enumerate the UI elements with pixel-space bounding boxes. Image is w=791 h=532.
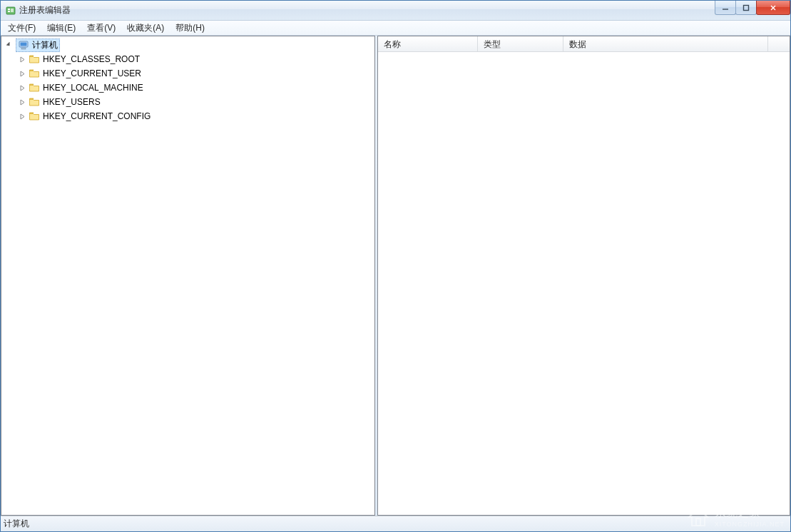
content-area: 计算机 HKEY_CLASSES_ROOT HKEY_CURRENT_USER xyxy=(1,36,790,516)
menu-help[interactable]: 帮助(H) xyxy=(170,21,210,36)
tree-hive-label: HKEY_CURRENT_CONFIG xyxy=(43,111,150,121)
svg-rect-1 xyxy=(8,9,10,10)
tree-hive[interactable]: HKEY_CLASSES_ROOT xyxy=(14,52,374,66)
minimize-button[interactable] xyxy=(715,1,736,15)
registry-editor-window: 注册表编辑器 文件(F) 编辑(E) 查看(V) 收藏夹(A) 帮助(H) xyxy=(0,0,791,532)
folder-icon xyxy=(29,111,40,122)
svg-rect-2 xyxy=(8,11,10,12)
folder-icon xyxy=(29,82,40,93)
list-body[interactable] xyxy=(378,52,790,515)
tree-hive[interactable]: HKEY_CURRENT_USER xyxy=(14,66,374,81)
menu-favorites[interactable]: 收藏夹(A) xyxy=(121,21,170,36)
folder-icon xyxy=(29,68,40,79)
regedit-icon xyxy=(5,5,16,16)
titlebar[interactable]: 注册表编辑器 xyxy=(1,1,790,21)
maximize-button[interactable] xyxy=(735,1,757,15)
tree-hive-label: HKEY_USERS xyxy=(43,97,101,107)
svg-rect-9 xyxy=(21,43,27,46)
svg-rect-5 xyxy=(744,5,749,10)
list-pane[interactable]: 名称 类型 数据 xyxy=(377,36,790,516)
menu-file[interactable]: 文件(F) xyxy=(2,21,41,36)
tree-pane[interactable]: 计算机 HKEY_CLASSES_ROOT HKEY_CURRENT_USER xyxy=(1,36,375,516)
tree-hive-label: HKEY_CLASSES_ROOT xyxy=(43,54,140,64)
tree-hive[interactable]: HKEY_USERS xyxy=(14,95,374,109)
list-header: 名称 类型 数据 xyxy=(378,36,790,52)
expand-icon[interactable] xyxy=(17,97,27,107)
tree-hive[interactable]: HKEY_LOCAL_MACHINE xyxy=(14,81,374,95)
menu-edit[interactable]: 编辑(E) xyxy=(41,21,81,36)
statusbar: 计算机 xyxy=(1,516,790,531)
svg-rect-3 xyxy=(11,9,14,12)
window-title: 注册表编辑器 xyxy=(19,4,71,16)
collapse-icon[interactable] xyxy=(4,40,14,50)
column-header-type[interactable]: 类型 xyxy=(478,36,563,51)
status-path: 计算机 xyxy=(4,518,29,530)
tree-hive[interactable]: HKEY_CURRENT_CONFIG xyxy=(14,109,374,123)
expand-icon[interactable] xyxy=(17,54,27,64)
tree-hive-label: HKEY_CURRENT_USER xyxy=(43,68,141,78)
column-header-data[interactable]: 数据 xyxy=(563,36,768,51)
tree-root-computer[interactable]: 计算机 xyxy=(1,38,374,52)
column-header-spacer xyxy=(768,36,790,51)
computer-icon xyxy=(18,39,29,51)
tree-hive-label: HKEY_LOCAL_MACHINE xyxy=(43,83,143,93)
folder-icon xyxy=(29,96,40,108)
expand-icon[interactable] xyxy=(17,111,27,121)
window-controls xyxy=(715,1,790,15)
tree-children: HKEY_CLASSES_ROOT HKEY_CURRENT_USER HKEY… xyxy=(1,52,374,123)
expand-icon[interactable] xyxy=(17,68,27,78)
menubar: 文件(F) 编辑(E) 查看(V) 收藏夹(A) 帮助(H) xyxy=(1,21,790,36)
menu-view[interactable]: 查看(V) xyxy=(81,21,121,36)
folder-icon xyxy=(29,53,40,65)
close-button[interactable] xyxy=(756,1,790,15)
tree-root-label: 计算机 xyxy=(32,39,58,51)
column-header-name[interactable]: 名称 xyxy=(378,36,478,51)
svg-rect-10 xyxy=(21,48,26,49)
expand-icon[interactable] xyxy=(17,83,27,93)
registry-tree: 计算机 HKEY_CLASSES_ROOT HKEY_CURRENT_USER xyxy=(1,36,374,125)
